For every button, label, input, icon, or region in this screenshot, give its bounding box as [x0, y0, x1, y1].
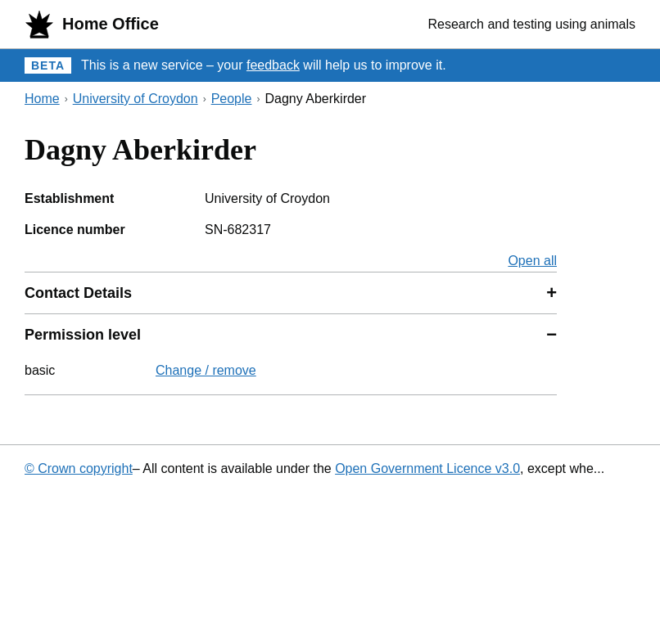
accordion: Contact Details + Permission level − bas… — [25, 272, 557, 395]
footer-license-text-after: , except whe... — [520, 462, 604, 475]
open-government-licence-link[interactable]: Open Government Licence v3.0 — [335, 462, 520, 475]
open-all-container: Open all — [25, 254, 557, 272]
main-content: Dagny Aberkirder Establishment Universit… — [0, 116, 660, 428]
permission-level-content: basic Change / remove — [25, 355, 557, 394]
crown-icon — [25, 10, 54, 39]
breadcrumb: Home › University of Croydon › People › … — [0, 82, 660, 116]
page-title: Dagny Aberkirder — [25, 133, 635, 167]
service-name-text: Research and testing using animals — [428, 17, 635, 32]
breadcrumb-separator-3: › — [256, 93, 260, 105]
accordion-contact-details-toggle[interactable]: Contact Details + — [25, 272, 557, 313]
breadcrumb-separator-1: › — [65, 93, 68, 105]
beta-tag: BETA — [25, 57, 71, 74]
accordion-section-contact-details: Contact Details + — [25, 272, 557, 314]
licence-number-row: Licence number SN-682317 — [25, 223, 635, 237]
org-name-text: Home Office — [62, 15, 159, 34]
accordion-permission-level-toggle[interactable]: Permission level − — [25, 314, 557, 355]
feedback-link[interactable]: feedback — [246, 58, 300, 72]
establishment-label: Establishment — [25, 191, 205, 206]
open-all-button[interactable]: Open all — [508, 254, 557, 268]
breadcrumb-separator-2: › — [203, 93, 206, 105]
accordion-section-permission-level: Permission level − basic Change / remove — [25, 314, 557, 395]
permission-value: basic — [25, 363, 123, 378]
breadcrumb-establishment-link[interactable]: University of Croydon — [73, 92, 198, 106]
licence-number-value: SN-682317 — [205, 223, 271, 237]
breadcrumb-people-link[interactable]: People — [211, 92, 252, 106]
change-remove-button[interactable]: Change / remove — [156, 363, 256, 378]
footer-license-text-before: – All content is available under the — [133, 462, 332, 475]
establishment-row: Establishment University of Croydon — [25, 191, 635, 206]
permission-level-icon: − — [546, 326, 557, 344]
contact-details-title: Contact Details — [25, 285, 132, 302]
crown-copyright-link[interactable]: © Crown copyright — [25, 462, 133, 475]
site-header: Home Office Research and testing using a… — [0, 0, 660, 49]
permission-level-title: Permission level — [25, 327, 141, 344]
beta-message: This is a new service – your feedback wi… — [81, 58, 446, 73]
beta-banner: BETA This is a new service – your feedba… — [0, 49, 660, 82]
home-office-logo-link[interactable]: Home Office — [25, 10, 159, 39]
permission-row: basic Change / remove — [25, 363, 557, 378]
breadcrumb-home-link[interactable]: Home — [25, 92, 60, 106]
establishment-value: University of Croydon — [205, 191, 330, 206]
licence-number-label: Licence number — [25, 223, 205, 237]
breadcrumb-current: Dagny Aberkirder — [264, 92, 366, 106]
svg-rect-0 — [30, 35, 48, 38]
site-footer: © Crown copyright– All content is availa… — [0, 444, 660, 493]
contact-details-icon: + — [546, 284, 557, 302]
